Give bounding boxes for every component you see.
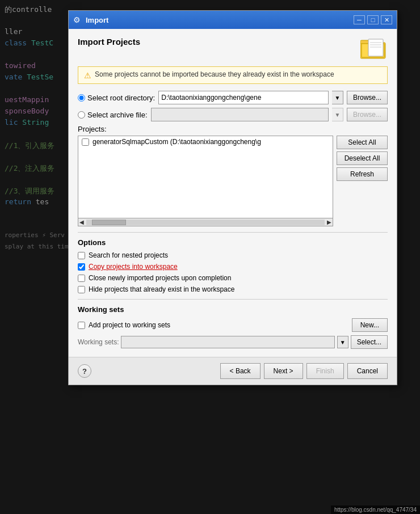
horizontal-scrollbar[interactable]: ◀ ▶	[78, 218, 333, 226]
select-root-label: Select root directory:	[87, 94, 155, 102]
new-working-set-button[interactable]: New...	[352, 318, 388, 332]
back-button[interactable]: < Back	[220, 363, 261, 379]
archive-path-dropdown: ▼	[332, 108, 343, 121]
options-label: Options	[78, 238, 388, 247]
nested-projects-label[interactable]: Search for nested projects	[89, 251, 168, 259]
warning-box: ⚠ Some projects cannot be imported becau…	[78, 66, 388, 84]
select-archive-radio[interactable]	[78, 111, 85, 119]
project-name: generatorSqlmapCustom (D:\taotaonixiangg…	[93, 138, 261, 146]
separator-1	[78, 232, 388, 233]
option-copy-row: Copy projects into workspace	[78, 263, 388, 271]
dialog-title: Import	[86, 16, 108, 24]
hide-projects-label[interactable]: Hide projects that already exist in the …	[89, 285, 234, 293]
deselect-all-button[interactable]: Deselect All	[337, 151, 388, 165]
dialog-content: Import Projects ⚠ Some projects cannot b…	[69, 29, 397, 357]
root-path-input[interactable]	[158, 91, 329, 104]
maximize-button[interactable]: □	[367, 15, 379, 24]
select-root-row: Select root directory: ▼ Browse...	[78, 91, 388, 104]
working-sets-input[interactable]	[121, 336, 334, 348]
option-hide-row: Hide projects that already exist in the …	[78, 285, 388, 293]
archive-path-input[interactable]	[151, 108, 329, 121]
projects-label: Projects:	[78, 125, 388, 133]
separator-2	[78, 299, 388, 300]
browse-root-button[interactable]: Browse...	[347, 91, 388, 104]
option-nested-row: Search for nested projects	[78, 251, 388, 259]
next-button[interactable]: Next >	[264, 363, 303, 379]
working-sets-input-row: Working sets: ▼ Select...	[78, 335, 388, 349]
dialog-footer: ? < Back Next > Finish Cancel	[69, 357, 397, 385]
scrollbar-thumb[interactable]	[92, 220, 126, 225]
browse-archive-button: Browse...	[347, 108, 388, 121]
minimize-button[interactable]: ─	[354, 15, 365, 24]
import-dialog: ⚙ Import ─ □ ✕ Import Projects	[68, 10, 397, 385]
url-bar: https://blog.csdn.net/qq_4747/34	[331, 505, 420, 514]
close-button[interactable]: ✕	[381, 15, 392, 24]
dialog-main-title: Import Projects	[78, 37, 140, 47]
option-close-row: Close newly imported projects upon compl…	[78, 274, 388, 282]
select-archive-row: Select archive file: ▼ Browse...	[78, 108, 388, 121]
project-item[interactable]: generatorSqlmapCustom (D:\taotaonixiangg…	[78, 136, 333, 148]
add-working-sets-label[interactable]: Add project to working sets	[89, 321, 170, 329]
cancel-button[interactable]: Cancel	[347, 363, 388, 379]
select-all-button[interactable]: Select All	[337, 136, 388, 149]
folder-icon	[360, 37, 388, 60]
scrollbar-track	[86, 220, 325, 225]
copy-projects-label: Copy projects into workspace	[89, 263, 178, 271]
root-path-dropdown[interactable]: ▼	[332, 91, 343, 104]
dialog-title-icon: ⚙	[73, 15, 82, 24]
working-sets-add-row: Add project to working sets New...	[78, 318, 388, 332]
copy-projects-checkbox[interactable]	[78, 263, 85, 271]
working-sets-label: Working sets	[78, 305, 388, 314]
select-working-set-button[interactable]: Select...	[351, 335, 388, 349]
projects-area: generatorSqlmapCustom (D:\taotaonixiangg…	[78, 136, 388, 226]
warning-text: Some projects cannot be imported because…	[95, 70, 334, 78]
add-working-sets-checkbox[interactable]	[78, 322, 85, 329]
select-root-radio-label[interactable]: Select root directory:	[78, 94, 155, 102]
hide-projects-checkbox[interactable]	[78, 286, 85, 293]
projects-buttons: Select All Deselect All Refresh	[337, 136, 388, 226]
warning-icon: ⚠	[84, 71, 91, 80]
svg-rect-3	[368, 39, 383, 56]
nested-projects-checkbox[interactable]	[78, 252, 85, 259]
working-sets-field-label: Working sets:	[78, 338, 119, 346]
close-projects-checkbox[interactable]	[78, 275, 85, 282]
refresh-button[interactable]: Refresh	[337, 167, 388, 181]
dialog-titlebar: ⚙ Import ─ □ ✕	[69, 11, 397, 29]
project-checkbox[interactable]	[82, 138, 89, 146]
close-projects-label[interactable]: Close newly imported projects upon compl…	[89, 274, 231, 282]
help-button[interactable]: ?	[78, 364, 91, 378]
finish-button[interactable]: Finish	[306, 363, 344, 379]
footer-buttons: < Back Next > Finish Cancel	[220, 363, 388, 379]
working-sets-dropdown[interactable]: ▼	[337, 336, 348, 348]
select-root-radio[interactable]	[78, 94, 85, 102]
select-archive-label: Select archive file:	[87, 111, 148, 119]
select-archive-radio-label[interactable]: Select archive file:	[78, 111, 148, 119]
